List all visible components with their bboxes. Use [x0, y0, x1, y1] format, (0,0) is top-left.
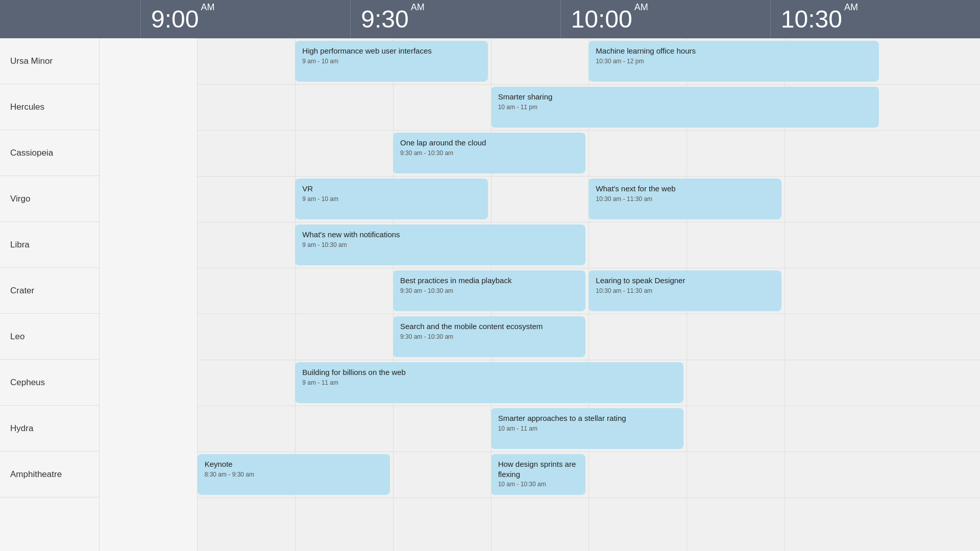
sidebar: Ursa Minor Hercules Cassiopeia Virgo Lib… [0, 38, 100, 551]
event-time-e4: 9:30 am - 10:30 am [400, 149, 578, 157]
sidebar-item-cassiopeia: Cassiopeia [0, 130, 99, 176]
header-time-930: 9:30 AM [350, 0, 560, 38]
event-time-e8: 9:30 am - 10:30 am [400, 287, 578, 294]
sidebar-item-crater: Crater [0, 268, 99, 314]
event-title-e4: One lap around the cloud [400, 138, 578, 148]
row-divider-6 [100, 314, 980, 314]
event-title-e5: VR [302, 184, 480, 194]
row-divider-3 [100, 176, 980, 177]
event-time-e12: 10 am - 11 am [498, 425, 676, 432]
row-divider-9 [100, 452, 980, 452]
event-card-e4[interactable]: One lap around the cloud9:30 am - 10:30 … [393, 133, 585, 173]
event-title-e2: Machine learning office hours [596, 46, 872, 56]
row-divider-0 [100, 38, 980, 39]
event-title-e7: What's new with notifications [302, 230, 578, 240]
header-time-1030: 10:30 AM [770, 0, 980, 38]
sidebar-item-hydra: Hydra [0, 406, 99, 452]
sidebar-item-cepheus: Cepheus [0, 360, 99, 406]
time-main-1030: 10:30 [781, 5, 842, 33]
event-title-e6: What's next for the web [596, 184, 774, 194]
event-time-e7: 9 am - 10:30 am [302, 241, 578, 248]
event-title-e3: Smarter sharing [498, 92, 872, 102]
schedule-container: 9:00 AM 9:30 AM 10:00 AM 10:30 AM Ursa M… [0, 0, 980, 551]
time-ampm-1030: AM [844, 2, 858, 13]
event-title-e8: Best practices in media playback [400, 276, 578, 286]
time-main-900: 9:00 [151, 5, 199, 33]
event-time-e1: 9 am - 10 am [302, 58, 480, 65]
sidebar-item-leo: Leo [0, 314, 99, 360]
time-ampm-900: AM [201, 2, 214, 13]
event-card-e1[interactable]: High performance web user interfaces9 am… [295, 41, 487, 82]
event-time-e5: 9 am - 10 am [302, 195, 480, 203]
sidebar-item-virgo: Virgo [0, 176, 99, 222]
time-main-930: 9:30 [361, 5, 408, 33]
header-time-900: 9:00 AM [140, 0, 350, 38]
time-ampm-930: AM [411, 2, 425, 13]
event-card-e13[interactable]: How design sprints are flexing10 am - 10… [491, 454, 586, 495]
row-divider-7 [100, 360, 980, 360]
event-card-e10[interactable]: Search and the mobile content ecosystem9… [393, 316, 585, 357]
event-time-e2: 10:30 am - 12 pm [596, 58, 872, 65]
event-time-e14: 8:30 am - 9:30 am [205, 471, 383, 478]
event-card-e11[interactable]: Building for billions on the web9 am - 1… [295, 362, 683, 403]
event-card-e2[interactable]: Machine learning office hours10:30 am - … [589, 41, 879, 82]
row-divider-4 [100, 222, 980, 222]
time-ampm-1000: AM [634, 2, 648, 13]
event-card-e7[interactable]: What's new with notifications9 am - 10:3… [295, 224, 585, 265]
header-date [0, 0, 140, 38]
grid-area: High performance web user interfaces9 am… [100, 38, 980, 551]
header-row: 9:00 AM 9:30 AM 10:00 AM 10:30 AM [0, 0, 980, 38]
event-title-e1: High performance web user interfaces [302, 46, 480, 56]
event-card-e3[interactable]: Smarter sharing10 am - 11 pm [491, 87, 879, 128]
header-time-1000: 10:00 AM [560, 0, 770, 38]
row-divider-1 [100, 84, 980, 85]
event-card-e12[interactable]: Smarter approaches to a stellar rating10… [491, 408, 683, 449]
event-title-e9: Learing to speak Designer [596, 276, 774, 286]
event-time-e9: 10:30 am - 11:30 am [596, 287, 774, 294]
event-title-e10: Search and the mobile content ecosystem [400, 321, 578, 332]
time-main-1000: 10:00 [571, 5, 632, 33]
event-time-e13: 10 am - 10:30 am [498, 481, 579, 488]
event-time-e10: 9:30 am - 10:30 am [400, 333, 578, 340]
event-card-e9[interactable]: Learing to speak Designer10:30 am - 11:3… [589, 270, 781, 311]
sidebar-item-amphitheatre: Amphitheatre [0, 452, 99, 497]
event-time-e3: 10 am - 11 pm [498, 104, 872, 111]
event-title-e13: How design sprints are flexing [498, 459, 579, 479]
event-card-e14[interactable]: Keynote8:30 am - 9:30 am [198, 454, 390, 495]
event-card-e6[interactable]: What's next for the web10:30 am - 11:30 … [589, 179, 781, 219]
row-divider-10 [100, 497, 980, 498]
sidebar-item-ursa-minor: Ursa Minor [0, 38, 99, 84]
event-title-e14: Keynote [205, 459, 383, 469]
pre-buffer-area [100, 38, 198, 551]
body-row: Ursa Minor Hercules Cassiopeia Virgo Lib… [0, 38, 980, 551]
event-card-e5[interactable]: VR9 am - 10 am [295, 179, 487, 219]
event-title-e11: Building for billions on the web [302, 367, 676, 378]
row-divider-8 [100, 406, 980, 406]
row-divider-5 [100, 268, 980, 268]
row-divider-2 [100, 130, 980, 131]
sidebar-item-hercules: Hercules [0, 84, 99, 130]
grid-inner: High performance web user interfaces9 am… [100, 38, 980, 551]
sidebar-item-libra: Libra [0, 222, 99, 268]
event-time-e6: 10:30 am - 11:30 am [596, 195, 774, 203]
event-time-e11: 9 am - 11 am [302, 379, 676, 386]
event-title-e12: Smarter approaches to a stellar rating [498, 413, 676, 423]
event-card-e8[interactable]: Best practices in media playback9:30 am … [393, 270, 585, 311]
